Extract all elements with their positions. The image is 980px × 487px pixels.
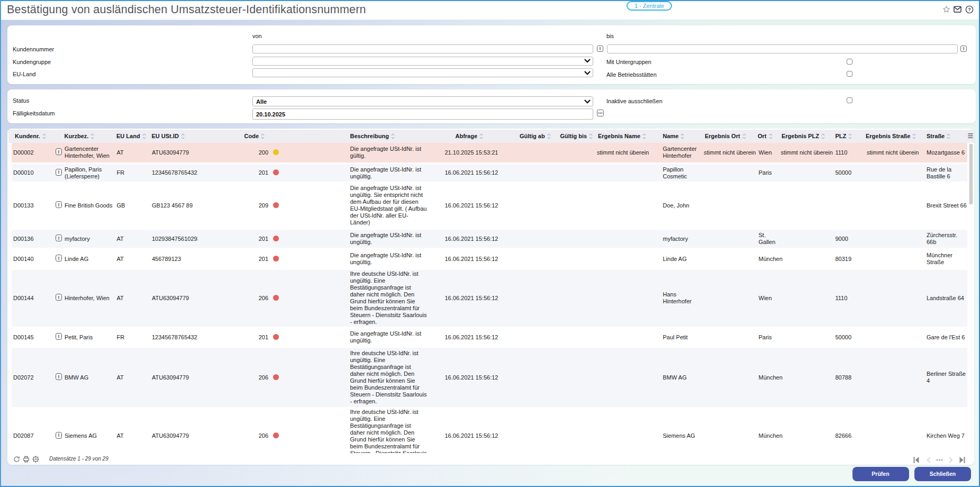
svg-text:?: ? bbox=[968, 7, 971, 12]
